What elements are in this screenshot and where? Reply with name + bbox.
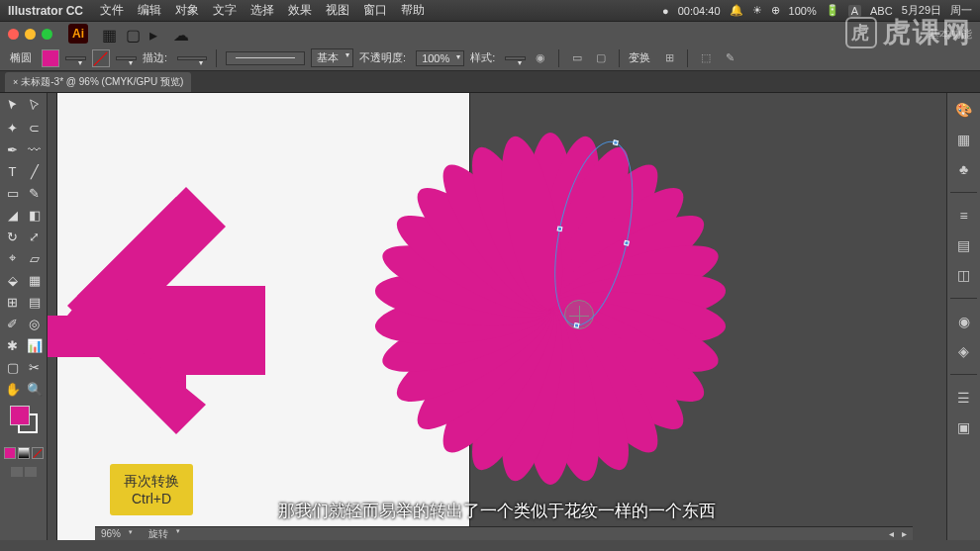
free-transform-tool[interactable]: ▱ bbox=[24, 247, 46, 269]
perspective-tool[interactable]: ▦ bbox=[24, 269, 46, 291]
brush-preview[interactable] bbox=[226, 51, 305, 65]
direct-selection-tool[interactable] bbox=[24, 95, 46, 117]
pen-tool[interactable]: ✒ bbox=[2, 138, 24, 160]
stroke-menu[interactable] bbox=[116, 56, 137, 60]
mesh-tool[interactable]: ⊞ bbox=[2, 291, 24, 313]
menu-view[interactable]: 视图 bbox=[326, 2, 349, 19]
paintbrush-tool[interactable]: ✎ bbox=[24, 182, 46, 204]
menu-type[interactable]: 文字 bbox=[213, 2, 237, 19]
stroke-label: 描边: bbox=[143, 50, 167, 65]
selection-type: 椭圆 bbox=[10, 50, 32, 65]
fill-stroke-box[interactable] bbox=[10, 406, 38, 433]
battery-icon: 🔋 bbox=[826, 4, 839, 17]
rectangle-tool[interactable]: ▭ bbox=[2, 182, 24, 204]
graphic-styles-panel-icon[interactable]: ◈ bbox=[953, 340, 975, 362]
align-icon[interactable]: ▭ bbox=[568, 49, 586, 67]
flower-shape bbox=[374, 133, 727, 485]
bridge-icon[interactable]: ▦ bbox=[102, 26, 118, 42]
curvature-tool[interactable]: 〰 bbox=[24, 138, 46, 160]
arrange-icon[interactable]: ▸ bbox=[149, 26, 165, 42]
sun-icon[interactable]: ☀ bbox=[752, 4, 762, 17]
menu-effect[interactable]: 效果 bbox=[288, 2, 312, 19]
tooltip-shortcut: Ctrl+D bbox=[124, 490, 179, 507]
symbols-panel-icon[interactable]: ♣ bbox=[953, 158, 975, 180]
libraries-panel-icon[interactable]: ▣ bbox=[953, 416, 975, 438]
shape-builder-tool[interactable]: ⬙ bbox=[2, 269, 24, 291]
menu-edit[interactable]: 编辑 bbox=[138, 2, 161, 19]
status-bar: 96% 旋转 ◂▸ bbox=[95, 526, 913, 540]
gradient-tool[interactable]: ▤ bbox=[24, 291, 46, 313]
wifi-icon[interactable]: ⊕ bbox=[771, 4, 780, 17]
screen-modes[interactable] bbox=[11, 467, 37, 477]
document-tab[interactable]: × 未标题-3* @ 96% (CMYK/GPU 预览) bbox=[5, 72, 191, 92]
menu-window[interactable]: 窗口 bbox=[363, 2, 387, 19]
artboard-tool[interactable]: ▢ bbox=[2, 356, 24, 378]
eraser-tool[interactable]: ◧ bbox=[24, 204, 46, 226]
gradient-panel-icon[interactable]: ▤ bbox=[953, 234, 975, 256]
menu-object[interactable]: 对象 bbox=[175, 2, 199, 19]
stroke-weight[interactable] bbox=[177, 56, 207, 60]
zoom-level[interactable]: 96% bbox=[101, 528, 133, 539]
workspace-label[interactable]: 基本功能 bbox=[929, 27, 972, 42]
fill-menu[interactable] bbox=[65, 56, 86, 60]
notification-icon[interactable]: 🔔 bbox=[730, 4, 743, 17]
magic-wand-tool[interactable]: ✦ bbox=[2, 117, 24, 138]
line-tool[interactable]: ╱ bbox=[24, 160, 46, 182]
recolor-icon[interactable]: ◉ bbox=[532, 49, 549, 67]
color-mode-row[interactable] bbox=[4, 447, 44, 459]
blend-tool[interactable]: ◎ bbox=[24, 313, 46, 334]
eyedropper-tool[interactable]: ✐ bbox=[2, 313, 24, 334]
width-tool[interactable]: ⌖ bbox=[2, 247, 24, 269]
close-tab-icon[interactable]: × bbox=[13, 77, 18, 87]
ime-badge[interactable]: A bbox=[848, 5, 861, 17]
rotate-tool[interactable]: ↻ bbox=[2, 226, 24, 247]
menu-file[interactable]: 文件 bbox=[100, 2, 124, 19]
swatches-panel-icon[interactable]: ▦ bbox=[953, 129, 975, 150]
stock-icon[interactable]: ▢ bbox=[126, 26, 142, 42]
basic-dd[interactable]: 基本 bbox=[311, 48, 353, 67]
document-tabbar: × 未标题-3* @ 96% (CMYK/GPU 预览) bbox=[0, 71, 980, 93]
illustrator-logo: Ai bbox=[68, 24, 88, 44]
scale-tool[interactable]: ⤢ bbox=[24, 226, 46, 247]
isolate-icon[interactable]: ⬚ bbox=[697, 49, 715, 67]
color-panel-icon[interactable]: 🎨 bbox=[953, 99, 975, 121]
menu-select[interactable]: 选择 bbox=[250, 2, 274, 19]
minimize-window[interactable] bbox=[25, 29, 36, 40]
transform-label[interactable]: 变换 bbox=[629, 50, 650, 65]
appearance-panel-icon[interactable]: ◉ bbox=[953, 311, 975, 332]
ime[interactable]: ABC bbox=[870, 5, 893, 17]
fill-swatch[interactable] bbox=[42, 49, 59, 67]
edit-icon[interactable]: ✎ bbox=[721, 49, 738, 67]
control-bar: 椭圆 描边: 基本 不透明度: 100% 样式: ◉ ▭ ▢ 变换 ⊞ ⬚ ✎ bbox=[0, 46, 980, 71]
cloud-icon[interactable]: ☁ bbox=[173, 26, 189, 42]
arrow-shape bbox=[48, 187, 265, 484]
stroke-swatch[interactable] bbox=[92, 49, 110, 67]
close-window[interactable] bbox=[8, 29, 19, 40]
tools-panel: ✦⊂ ✒〰 T╱ ▭✎ ◢◧ ↻⤢ ⌖▱ ⬙▦ ⊞▤ ✐◎ ✱📊 ▢✂ ✋🔍 bbox=[0, 93, 48, 540]
hand-tool[interactable]: ✋ bbox=[2, 378, 24, 400]
zoom-tool[interactable]: 🔍 bbox=[24, 378, 46, 400]
app-titlebar: Ai ▦ ▢ ▸ ☁ 基本功能 bbox=[0, 22, 980, 46]
status-mode[interactable]: 旋转 bbox=[148, 527, 180, 541]
maximize-window[interactable] bbox=[42, 29, 52, 40]
slice-tool[interactable]: ✂ bbox=[24, 356, 46, 378]
selection-tool[interactable] bbox=[2, 95, 24, 117]
shape-icon[interactable]: ▢ bbox=[592, 49, 610, 67]
transform-panel-icon[interactable]: ⊞ bbox=[660, 49, 678, 67]
symbol-sprayer-tool[interactable]: ✱ bbox=[2, 334, 24, 356]
layers-panel-icon[interactable]: ☰ bbox=[953, 387, 975, 409]
tab-title: 未标题-3* @ 96% (CMYK/GPU 预览) bbox=[21, 75, 183, 89]
menu-help[interactable]: 帮助 bbox=[401, 2, 425, 19]
artboard-nav[interactable]: ◂▸ bbox=[889, 528, 907, 539]
transparency-panel-icon[interactable]: ◫ bbox=[953, 264, 975, 286]
app-name: Illustrator CC bbox=[8, 4, 83, 18]
style-dd[interactable] bbox=[505, 56, 526, 60]
shaper-tool[interactable]: ◢ bbox=[2, 204, 24, 226]
opacity-value[interactable]: 100% bbox=[416, 50, 464, 66]
stroke-panel-icon[interactable]: ≡ bbox=[953, 205, 975, 227]
canvas[interactable]: 再次转换 Ctrl+D 那我们就轻而易举的转出了一个类似于花纹一样的一个东西 9… bbox=[48, 93, 946, 540]
menubar-status: ● 00:04:40 🔔 ☀ ⊕ 100% 🔋 A ABC 5月29日 周一 bbox=[662, 3, 972, 18]
lasso-tool[interactable]: ⊂ bbox=[24, 117, 46, 138]
graph-tool[interactable]: 📊 bbox=[24, 334, 46, 356]
type-tool[interactable]: T bbox=[2, 160, 24, 182]
